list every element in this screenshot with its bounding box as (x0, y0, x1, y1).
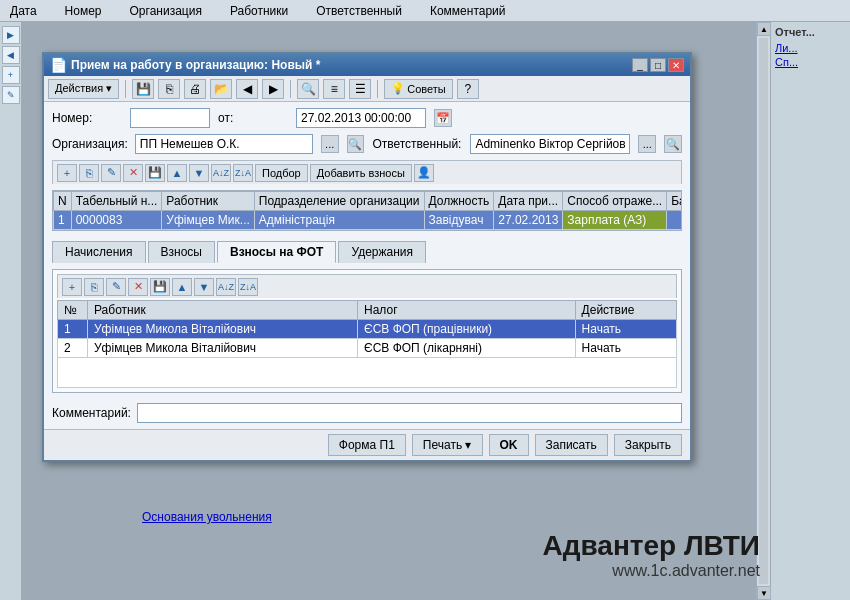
fot-empty-cell (58, 358, 677, 388)
modal-footer: Форма П1 Печать ▾ OK Записать Закрыть (44, 429, 690, 460)
menu-data[interactable]: Дата (4, 2, 43, 20)
col-ba: Ба... (667, 192, 682, 211)
grid-select-button[interactable]: Подбор (255, 164, 308, 182)
table-row[interactable]: 1 0000083 Уфімцев Мик... Адміністрація З… (54, 211, 683, 230)
maximize-button[interactable]: □ (650, 58, 666, 72)
modal-titlebar: 📄 Прием на работу в организацию: Новый *… (44, 54, 690, 76)
date-input[interactable] (296, 108, 426, 128)
fot-cell-action-2: Начать (575, 339, 676, 358)
tab-vznosy[interactable]: Взносы (148, 241, 215, 263)
hints-button[interactable]: 💡 Советы (384, 79, 452, 99)
fot-row-1[interactable]: 1 Уфімцев Микола Віталійович ЄСВ ФОП (пр… (58, 320, 677, 339)
fot-add-button[interactable]: + (62, 278, 82, 296)
close-button[interactable]: ✕ (668, 58, 684, 72)
fot-col-action: Действие (575, 301, 676, 320)
toolbar-nav2-icon[interactable]: ▶ (262, 79, 284, 99)
resp-search-button[interactable]: 🔍 (664, 135, 682, 153)
menu-workers[interactable]: Работники (224, 2, 294, 20)
ok-button[interactable]: OK (489, 434, 529, 456)
fot-copy-button[interactable]: ⎘ (84, 278, 104, 296)
grid-sort-za-button[interactable]: Z↓A (233, 164, 253, 182)
fot-row-2[interactable]: 2 Уфімцев Микола Віталійович ЄСВ ФОП (лі… (58, 339, 677, 358)
resp-input[interactable] (470, 134, 630, 154)
right-panel-link2[interactable]: Сп... (775, 56, 846, 68)
scroll-up[interactable]: ▲ (757, 22, 771, 36)
grid-edit-button[interactable]: ✎ (101, 164, 121, 182)
sidebar-icon-4[interactable]: ✎ (2, 86, 20, 104)
grid-copy-button[interactable]: ⎘ (79, 164, 99, 182)
toolbar-save-icon[interactable]: 💾 (132, 79, 154, 99)
save-button[interactable]: Записать (535, 434, 608, 456)
upper-table-container: N Табельный н... Работник Подразделение … (52, 190, 682, 231)
number-row: Номер: от: 📅 (52, 108, 682, 128)
scroll-down[interactable]: ▼ (757, 586, 771, 600)
fot-sort-az-button[interactable]: A↓Z (216, 278, 236, 296)
grid-up-button[interactable]: ▲ (167, 164, 187, 182)
date-picker-button[interactable]: 📅 (434, 109, 452, 127)
print-button[interactable]: Печать ▾ (412, 434, 483, 456)
minimize-button[interactable]: _ (632, 58, 648, 72)
org-browse-button[interactable]: ... (321, 135, 339, 153)
scrollbar-vertical[interactable]: ▲ ▼ (756, 22, 770, 600)
sidebar-icon-3[interactable]: + (2, 66, 20, 84)
col-tabel: Табельный н... (71, 192, 162, 211)
fot-col-nalog: Налог (358, 301, 576, 320)
tab-content-fot: + ⎘ ✎ ✕ 💾 ▲ ▼ A↓Z Z↓A (52, 269, 682, 393)
top-menubar: Дата Номер Организация Работники Ответст… (0, 0, 850, 22)
fot-up-button[interactable]: ▲ (172, 278, 192, 296)
grid-add-vznosy-button[interactable]: Добавить взносы (310, 164, 412, 182)
fot-edit-button[interactable]: ✎ (106, 278, 126, 296)
tab-uderzhaniya[interactable]: Удержания (338, 241, 426, 263)
grid-person-button[interactable]: 👤 (414, 164, 434, 182)
tab-vznosy-fot[interactable]: Взносы на ФОТ (217, 241, 336, 263)
tab-nachisleniya[interactable]: Начисления (52, 241, 146, 263)
grid-save-button[interactable]: 💾 (145, 164, 165, 182)
modal-controls: _ □ ✕ (632, 58, 684, 72)
toolbar-help-icon[interactable]: ? (457, 79, 479, 99)
fot-save-button[interactable]: 💾 (150, 278, 170, 296)
org-input[interactable] (135, 134, 313, 154)
modal-title-text: Прием на работу в организацию: Новый * (71, 58, 320, 72)
menu-org[interactable]: Организация (124, 2, 208, 20)
osnovaniya-link[interactable]: Основания увольнения (142, 510, 272, 524)
fot-sort-za-button[interactable]: Z↓A (238, 278, 258, 296)
toolbar-list1-icon[interactable]: ≡ (323, 79, 345, 99)
menu-responsible[interactable]: Ответственный (310, 2, 408, 20)
fot-down-button[interactable]: ▼ (194, 278, 214, 296)
modal-title: 📄 Прием на работу в организацию: Новый * (50, 57, 320, 73)
col-position: Должность (424, 192, 494, 211)
date-label: от: (218, 111, 288, 125)
resp-browse-button[interactable]: ... (638, 135, 656, 153)
branding-url: www.1c.advanter.net (542, 562, 760, 580)
fot-header-row: № Работник Налог Действие (58, 301, 677, 320)
menu-nomer[interactable]: Номер (59, 2, 108, 20)
upper-grid-toolbar: + ⎘ ✎ ✕ 💾 ▲ ▼ A↓Z Z↓A Подбор Добавить вз… (52, 160, 682, 184)
toolbar-copy-icon[interactable]: ⎘ (158, 79, 180, 99)
toolbar-print-icon[interactable]: 🖨 (184, 79, 206, 99)
org-search-button[interactable]: 🔍 (347, 135, 365, 153)
number-input[interactable] (130, 108, 210, 128)
number-label: Номер: (52, 111, 122, 125)
grid-sort-az-button[interactable]: A↓Z (211, 164, 231, 182)
grid-delete-button[interactable]: ✕ (123, 164, 143, 182)
close-modal-button[interactable]: Закрыть (614, 434, 682, 456)
toolbar-sep-3 (377, 80, 378, 98)
toolbar-list2-icon[interactable]: ☰ (349, 79, 371, 99)
forma-p1-button[interactable]: Форма П1 (328, 434, 406, 456)
grid-down-button[interactable]: ▼ (189, 164, 209, 182)
scroll-thumb[interactable] (759, 38, 768, 584)
cell-position: Завідувач (424, 211, 494, 230)
org-label: Организация: (52, 137, 127, 151)
sidebar-icon-1[interactable]: ▶ (2, 26, 20, 44)
toolbar-open-icon[interactable]: 📂 (210, 79, 232, 99)
toolbar-nav1-icon[interactable]: ◀ (236, 79, 258, 99)
comment-input[interactable] (137, 403, 682, 423)
right-panel-link1[interactable]: Ли... (775, 42, 846, 54)
menu-comment[interactable]: Комментарий (424, 2, 512, 20)
actions-button[interactable]: Действия ▾ (48, 79, 119, 99)
toolbar-search-icon[interactable]: 🔍 (297, 79, 319, 99)
sidebar-icon-2[interactable]: ◀ (2, 46, 20, 64)
fot-delete-button[interactable]: ✕ (128, 278, 148, 296)
modal-toolbar: Действия ▾ 💾 ⎘ 🖨 📂 ◀ ▶ 🔍 ≡ ☰ 💡 Советы (44, 76, 690, 102)
grid-add-button[interactable]: + (57, 164, 77, 182)
